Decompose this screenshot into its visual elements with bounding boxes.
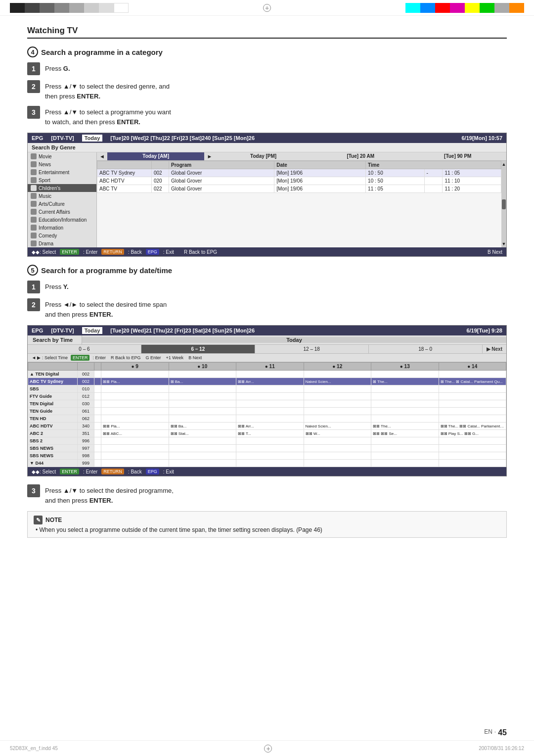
- epg2-row-ten-digital[interactable]: ▲ TEN Digital 002: [28, 371, 506, 378]
- epg-genre-childrens[interactable]: Children's: [28, 184, 96, 192]
- calibration-strip-left: [10, 3, 129, 13]
- epg2-row-ten-guide[interactable]: TEN Guide 061: [28, 408, 506, 415]
- epg-genre-current[interactable]: Current Affairs: [28, 208, 96, 216]
- epg-genre-news[interactable]: News: [28, 160, 96, 168]
- note-icon: ✎: [34, 516, 43, 524]
- epg1-row-2[interactable]: ABC HDTV 020 Global Grover [Mon] 19/06 1…: [97, 177, 501, 185]
- epg2-nav-row: ◄ ▶ : Select Time ENTER : Enter R Back t…: [28, 354, 506, 362]
- step5-3-text: Press ▲/▼ to select the desired programm…: [45, 484, 174, 505]
- epg-screen-1: EPG [DTV-TV] Today [Tue]20 [Wed]2 [Thu]2…: [27, 133, 507, 257]
- epg2-filter-next[interactable]: ▶ Next: [483, 345, 506, 353]
- epg1-scrollbar[interactable]: ▲ ▼: [501, 161, 506, 247]
- epg1-time-row: ◄ Today [AM] ► Today [PM] [Tue] 20 AM [T…: [97, 152, 506, 161]
- epg1-epg-btn: EPG: [146, 249, 159, 255]
- epg2-label: EPG: [32, 328, 43, 333]
- section4-circle: 4: [27, 47, 38, 57]
- section4-step3: 3 Press ▲/▼ to select a programme you wa…: [27, 106, 507, 127]
- movie-icon: [31, 153, 37, 159]
- childrens-icon: [31, 185, 37, 191]
- epg1-col-date: Date: [274, 161, 366, 169]
- epg2-enter-btn: ENTER: [71, 355, 90, 361]
- epg1-genre-list: Movie News Entertainment Sport: [28, 152, 97, 247]
- epg1-dtv: [DTV-TV]: [51, 135, 74, 141]
- section5-circle: 5: [27, 265, 38, 276]
- epg2-row-sbs-news-998[interactable]: SBS NEWS 998: [28, 452, 506, 460]
- epg2-row-sbs2[interactable]: SBS 2 996: [28, 437, 506, 445]
- epg-genre-entertainment[interactable]: Entertainment: [28, 168, 96, 176]
- epg2-dates: [Tue]20 [Wed]21 [Thu]22 [Fri]23 [Sat]24 …: [110, 328, 255, 333]
- epg2-row-abc-tv-sydney[interactable]: ABC TV Sydney 002 ⊠⊠ Pla... ⊠ Ba... ⊠⊠ A…: [28, 378, 506, 385]
- epg1-time-today-am[interactable]: Today [AM]: [107, 152, 205, 160]
- epg2-filter-0-6[interactable]: 0 – 6: [28, 345, 141, 353]
- epg2-col-ch-name: [28, 363, 78, 371]
- epg1-r-label: R Back to EPG: [184, 249, 217, 255]
- epg2-channel-grid: ● 9 ● 10 ● 11 ● 12 ● 13 ● 14 ▲ TE: [28, 362, 506, 467]
- section4-step2: 2 Press ▲/▼ to select the desired genre,…: [27, 80, 507, 101]
- section5-step3: 3 Press ▲/▼ to select the desired progra…: [27, 484, 507, 505]
- epg-genre-movie[interactable]: Movie: [28, 152, 96, 160]
- epg2-col-13: ● 13: [371, 363, 439, 371]
- epg2-filter-18-0[interactable]: 18 – 0: [369, 345, 483, 353]
- section4-title: 4 Search a programme in a category: [27, 47, 507, 57]
- news-icon: [31, 161, 37, 167]
- epg-genre-music[interactable]: Music: [28, 192, 96, 200]
- epg2-row-ten-hd[interactable]: TEN HD 062: [28, 415, 506, 423]
- epg2-subheader-title: Search by Time: [28, 335, 82, 344]
- epg2-filter-6-12[interactable]: 6 – 12: [141, 345, 255, 353]
- epg2-col-12: ● 12: [304, 363, 371, 371]
- epg2-row-abc-hdtv[interactable]: ABC HDTV 340 ⊠⊠ Pla... ⊠⊠ Ba... ⊠⊠ Arr..…: [28, 423, 506, 430]
- epg1-col-program: Program: [169, 161, 274, 169]
- epg1-nav-prev[interactable]: ◄: [97, 152, 107, 160]
- epg-genre-arts[interactable]: Arts/Culture: [28, 200, 96, 208]
- step2-text: Press ▲/▼ to select the desired genre, a…: [45, 80, 170, 101]
- epg2-footer: ◆◆: Select ENTER : Enter RETURN : Back E…: [28, 467, 506, 476]
- epg1-row-3[interactable]: ABC TV 022 Global Grover [Mon] 19/06 11 …: [97, 185, 501, 193]
- epg1-programs: Program Date Time ABC TV Sydney: [97, 161, 506, 247]
- epg-genre-sport[interactable]: Sport: [28, 176, 96, 184]
- footer-right: 2007/08/31 16:26:12: [479, 746, 524, 751]
- step3-num: 3: [27, 106, 40, 119]
- epg-genre-comedy[interactable]: Comedy: [28, 232, 96, 239]
- current-affairs-icon: [31, 209, 37, 215]
- section4-step1: 1 Press G.: [27, 62, 507, 75]
- epg2-time: 6/19[Tue] 9:28: [466, 328, 502, 333]
- epg1-nav-next[interactable]: ►: [204, 152, 215, 160]
- step5-2-text: Press ◄/► to select the desired time spa…: [45, 298, 167, 319]
- epg2-filter-12-18[interactable]: 12 – 18: [255, 345, 369, 353]
- epg1-enter-btn: ENTER: [60, 249, 79, 255]
- epg1-time: 6/19[Mon] 10:57: [461, 135, 502, 141]
- epg1-content: ◄ Today [AM] ► Today [PM] [Tue] 20 AM [T…: [97, 152, 506, 247]
- epg2-row-ten-digital-030[interactable]: TEN Digital 030: [28, 400, 506, 408]
- epg1-col-num: [152, 161, 169, 169]
- epg2-row-sbs[interactable]: SBS 010: [28, 385, 506, 393]
- epg1-time-tue-pm[interactable]: [Tue] 90 PM: [409, 152, 506, 160]
- epg2-row-d44[interactable]: ▼ D44 999: [28, 460, 506, 467]
- epg1-col-channel: [97, 161, 152, 169]
- drama-icon: [31, 240, 37, 246]
- epg2-col-bullet: [94, 363, 101, 371]
- note-title: ✎ NOTE: [34, 516, 500, 524]
- epg1-subheader: Search By Genre: [28, 143, 506, 152]
- epg1-col-time: Time: [366, 161, 501, 169]
- epg2-col-14: ● 14: [439, 363, 506, 371]
- epg1-time-today-pm[interactable]: Today [PM]: [215, 152, 312, 160]
- epg2-row-sbs-news-997[interactable]: SBS NEWS 997: [28, 445, 506, 452]
- epg1-time-tue-am[interactable]: [Tue] 20 AM: [312, 152, 409, 160]
- note-bullet: • When you select a programme outside of…: [34, 526, 500, 533]
- sport-icon: [31, 177, 37, 183]
- step1-text: Press G.: [45, 62, 70, 74]
- epg-genre-education[interactable]: Education/Information: [28, 216, 96, 224]
- epg2-row-ftv[interactable]: FTV Guide 012: [28, 393, 506, 400]
- epg2-today: Today: [82, 327, 103, 334]
- epg1-dates: [Tue]20 [Wed]2 [Thu]22 [Fri]23 [Sat]240 …: [110, 135, 255, 141]
- step3-text: Press ▲/▼ to select a programme you want…: [45, 106, 171, 127]
- step5-2-num: 2: [27, 298, 40, 311]
- epg-genre-information[interactable]: Information: [28, 224, 96, 232]
- epg1-row-1[interactable]: ABC TV Sydney 002 Global Grover [Mon] 19…: [97, 169, 501, 177]
- arts-icon: [31, 201, 37, 207]
- epg-genre-drama[interactable]: Drama: [28, 239, 96, 247]
- section4: 4 Search a programme in a category 1 Pre…: [27, 47, 507, 257]
- page-number: 45: [498, 728, 507, 737]
- step5-1-text: Press Y.: [45, 281, 69, 292]
- epg2-row-abc2[interactable]: ABC 2 351 ⊠⊠ ABC... ⊠⊠ Stat... ⊠⊠ T... ⊠…: [28, 430, 506, 437]
